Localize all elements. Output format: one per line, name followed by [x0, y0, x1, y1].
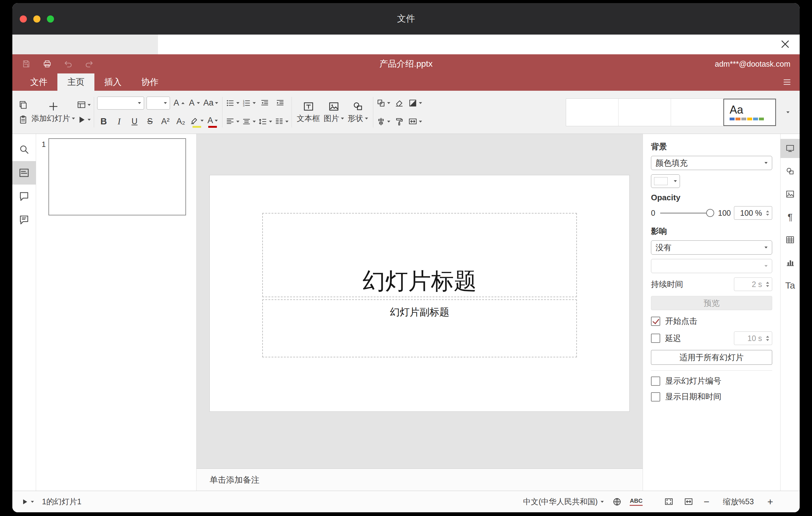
tab-home[interactable]: 主页	[57, 74, 94, 91]
tab-collaboration[interactable]: 协作	[132, 74, 169, 91]
theme-option-selected[interactable]: Aa	[723, 99, 776, 126]
start-on-click-checkbox[interactable]	[651, 317, 660, 326]
language-selector[interactable]: 中文(中华人民共和国)	[523, 496, 604, 507]
preview-button[interactable]: 预览	[651, 296, 772, 310]
theme-option-1[interactable]	[566, 99, 618, 126]
subtitle-placeholder[interactable]: 幻灯片副标题	[262, 299, 577, 357]
strikethrough-button[interactable]: S	[143, 115, 156, 128]
show-slide-number-checkbox[interactable]	[651, 376, 660, 386]
close-window-button[interactable]	[20, 16, 27, 23]
arrow-down-icon	[766, 339, 769, 341]
arrange-shape-button[interactable]	[376, 96, 390, 110]
highlight-color-button[interactable]	[190, 115, 204, 128]
opacity-slider-handle[interactable]	[706, 209, 714, 217]
vertical-align-button[interactable]	[242, 115, 256, 128]
subscript-button[interactable]: A₂	[174, 115, 187, 128]
tab-insert[interactable]: 插入	[94, 74, 132, 91]
comments-button[interactable]	[12, 184, 36, 208]
show-date-time-checkbox[interactable]	[651, 392, 660, 402]
zoom-in-button[interactable]: +	[767, 497, 773, 507]
decrease-font-button[interactable]: A	[188, 96, 201, 110]
save-button[interactable]	[22, 59, 31, 68]
increase-indent-button[interactable]	[274, 96, 287, 110]
insert-image-button[interactable]: 图片	[322, 93, 346, 131]
search-button[interactable]	[12, 138, 36, 161]
italic-button[interactable]: I	[113, 115, 125, 128]
fit-slide-button[interactable]	[664, 497, 673, 507]
theme-gallery-expand-button[interactable]	[781, 105, 795, 120]
title-placeholder[interactable]: 幻灯片标题	[262, 213, 577, 297]
header-row-quick-access: 产品介绍.pptx adm***@dootask.com	[12, 54, 800, 74]
slide-thumbnail-1[interactable]	[49, 138, 186, 216]
chart-settings-tab[interactable]	[781, 253, 800, 272]
spinner-arrows[interactable]	[766, 206, 769, 220]
image-settings-tab[interactable]	[781, 184, 800, 204]
decrease-indent-button[interactable]	[258, 96, 271, 110]
textart-settings-tab[interactable]: Ta	[781, 276, 800, 295]
font-color-button[interactable]: A	[206, 115, 219, 128]
superscript-button[interactable]: A²	[159, 115, 172, 128]
set-language-button[interactable]	[612, 497, 622, 507]
effect-type-select[interactable]	[651, 259, 772, 273]
undo-button[interactable]	[63, 59, 73, 68]
slide-canvas[interactable]: 幻灯片标题 幻灯片副标题	[197, 134, 643, 468]
textbox-icon	[303, 101, 314, 112]
notes-area[interactable]: 单击添加备注	[197, 468, 643, 491]
bold-button[interactable]: B	[97, 115, 110, 128]
opacity-value-field[interactable]: 100 %	[734, 206, 772, 220]
background-color-select[interactable]	[651, 174, 680, 188]
align-shape-button[interactable]	[376, 115, 390, 128]
spinner-arrows[interactable]	[766, 332, 769, 345]
close-editor-button[interactable]	[778, 37, 792, 51]
insert-shape-button[interactable]: 形状	[346, 93, 370, 131]
slide-settings-tab[interactable]	[781, 139, 800, 158]
numbered-list-button[interactable]	[242, 96, 256, 110]
underline-button[interactable]: U	[128, 115, 141, 128]
increase-font-button[interactable]: A	[172, 96, 185, 110]
spinner-arrows[interactable]	[766, 278, 769, 291]
zoom-out-button[interactable]: −	[704, 497, 709, 507]
home-toolbar: 添加幻灯片 A A Aa B I U S A² A₂ A	[12, 91, 800, 134]
paragraph-settings-tab[interactable]: ¶	[781, 207, 800, 227]
clear-style-button[interactable]	[393, 96, 406, 110]
opacity-slider[interactable]	[660, 212, 713, 213]
horizontal-align-button[interactable]	[226, 115, 239, 128]
columns-button[interactable]	[274, 115, 288, 128]
theme-option-3[interactable]	[671, 99, 723, 126]
insert-textbox-button[interactable]: 文本框	[295, 93, 322, 131]
copy-button[interactable]	[17, 98, 30, 112]
start-slideshow-status-button[interactable]	[21, 498, 34, 506]
theme-option-2[interactable]	[618, 99, 671, 126]
slide-1[interactable]: 幻灯片标题 幻灯片副标题	[210, 175, 629, 411]
copy-style-button[interactable]	[393, 115, 406, 128]
table-settings-tab[interactable]	[781, 230, 800, 249]
add-slide-button[interactable]: 添加幻灯片	[30, 93, 77, 131]
font-name-combo[interactable]	[97, 96, 144, 110]
zoom-window-button[interactable]	[47, 16, 54, 23]
change-case-button[interactable]: Aa	[203, 96, 218, 110]
slide-size-button[interactable]	[408, 115, 422, 128]
apply-to-all-slides-button[interactable]: 适用于所有幻灯片	[651, 350, 772, 365]
effect-select[interactable]: 没有	[651, 240, 772, 255]
bullet-list-button[interactable]	[226, 96, 239, 110]
chat-button[interactable]	[12, 208, 36, 231]
duration-field[interactable]: 2 s	[734, 278, 772, 291]
print-button[interactable]	[42, 59, 52, 68]
fit-width-button[interactable]	[684, 497, 693, 507]
color-scheme-button[interactable]	[408, 96, 422, 110]
tab-file[interactable]: 文件	[20, 74, 57, 91]
paste-button[interactable]	[17, 113, 30, 126]
delay-checkbox[interactable]	[651, 334, 660, 343]
font-size-combo[interactable]	[147, 96, 170, 110]
shape-settings-tab[interactable]	[781, 162, 800, 181]
minimize-window-button[interactable]	[33, 16, 40, 23]
header-menu-button[interactable]	[782, 78, 792, 87]
spellcheck-button[interactable]: ABC	[630, 497, 642, 506]
slide-layout-button[interactable]	[77, 98, 91, 112]
slides-panel-button[interactable]	[12, 161, 36, 184]
background-fill-select[interactable]: 颜色填充	[651, 156, 772, 170]
delay-field[interactable]: 10 s	[734, 332, 772, 345]
line-spacing-button[interactable]	[258, 115, 272, 128]
redo-button[interactable]	[85, 59, 94, 68]
start-slideshow-button[interactable]	[77, 113, 91, 126]
